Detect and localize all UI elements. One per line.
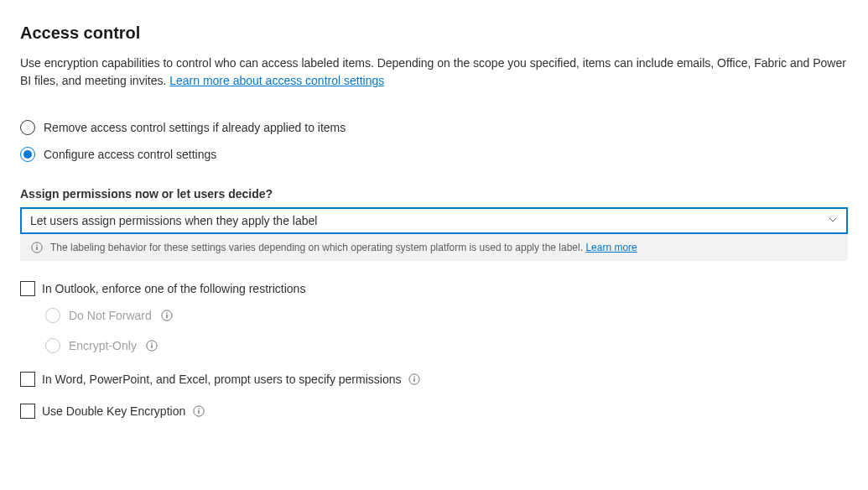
checkbox-icon <box>20 281 35 296</box>
svg-rect-14 <box>199 410 200 414</box>
access-control-mode-radio-group: Remove access control settings if alread… <box>20 120 848 162</box>
radio-icon <box>45 338 60 353</box>
info-banner: The labeling behavior for these settings… <box>20 234 848 261</box>
radio-configure-access-control[interactable]: Configure access control settings <box>20 147 848 162</box>
assign-permissions-heading: Assign permissions now or let users deci… <box>20 187 848 201</box>
chevron-down-icon <box>828 214 838 227</box>
svg-point-10 <box>414 376 415 377</box>
checkbox-label: In Outlook, enforce one of the following… <box>42 282 305 295</box>
radio-icon <box>45 308 60 323</box>
page-description: Use encryption capabilities to control w… <box>20 55 848 90</box>
checkbox-outlook-restrictions[interactable]: In Outlook, enforce one of the following… <box>20 281 848 296</box>
checkbox-icon <box>20 372 35 387</box>
svg-point-13 <box>199 408 200 409</box>
svg-rect-8 <box>151 345 152 348</box>
dropdown-selected-value: Let users assign permissions when they a… <box>30 214 317 227</box>
radio-label: Remove access control settings if alread… <box>44 121 346 134</box>
info-icon[interactable] <box>408 373 421 386</box>
outlook-restriction-radio-group: Do Not Forward Encrypt-Only <box>45 308 848 353</box>
radio-do-not-forward: Do Not Forward <box>45 308 848 323</box>
svg-rect-11 <box>414 378 415 382</box>
radio-label: Do Not Forward <box>69 309 152 322</box>
checkbox-double-key-encryption[interactable]: Use Double Key Encryption <box>20 404 848 419</box>
info-banner-learn-more-link[interactable]: Learn more <box>585 242 637 253</box>
radio-label: Configure access control settings <box>44 148 216 161</box>
radio-remove-access-control[interactable]: Remove access control settings if alread… <box>20 120 848 135</box>
svg-point-1 <box>36 244 37 245</box>
svg-point-4 <box>166 312 167 313</box>
svg-point-7 <box>151 342 152 343</box>
info-icon <box>30 241 44 254</box>
svg-rect-2 <box>36 247 37 250</box>
checkbox-label: In Word, PowerPoint, and Excel, prompt u… <box>42 373 401 386</box>
permissions-mode-dropdown[interactable]: Let users assign permissions when they a… <box>20 207 848 234</box>
checkbox-icon <box>20 404 35 419</box>
info-icon[interactable] <box>192 404 205 418</box>
svg-rect-5 <box>166 315 167 318</box>
radio-icon <box>20 147 35 162</box>
radio-label: Encrypt-Only <box>69 339 137 352</box>
info-icon[interactable] <box>160 309 174 322</box>
info-icon[interactable] <box>145 339 159 352</box>
info-banner-text: The labeling behavior for these settings… <box>50 242 637 253</box>
checkbox-word-ppt-excel-permissions[interactable]: In Word, PowerPoint, and Excel, prompt u… <box>20 372 848 387</box>
checkbox-label: Use Double Key Encryption <box>42 404 185 418</box>
radio-encrypt-only: Encrypt-Only <box>45 338 848 353</box>
page-title: Access control <box>20 23 848 43</box>
learn-more-access-control-link[interactable]: Learn more about access control settings <box>169 74 384 87</box>
radio-icon <box>20 120 35 135</box>
